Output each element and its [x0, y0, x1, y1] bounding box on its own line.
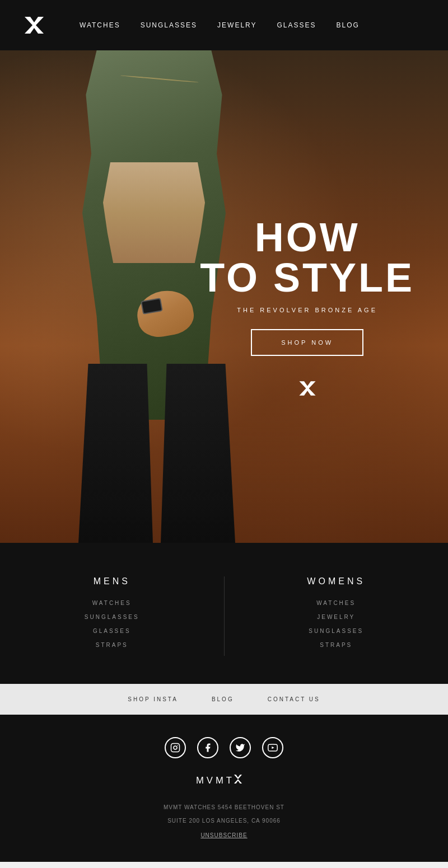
footer-mens-glasses[interactable]: GLASSES — [11, 628, 213, 634]
hero-cta-button[interactable]: SHOP NOW — [251, 329, 363, 356]
nav-watches[interactable]: WATCHES — [80, 21, 120, 29]
nav-blog[interactable]: BLOG — [337, 21, 360, 29]
svg-marker-1 — [299, 381, 315, 396]
svg-text:MVMT: MVMT — [196, 775, 235, 786]
footer-womens-title: WOMENS — [236, 576, 437, 587]
logo-svg — [22, 13, 46, 37]
social-icons — [11, 737, 437, 758]
footer-womens-sunglasses[interactable]: SUNGLASSES — [236, 628, 437, 634]
social-facebook[interactable] — [197, 737, 218, 758]
hero-section: HOW TO STYLE THE REVOLVER BRONZE AGE SHO… — [0, 50, 448, 543]
svg-point-3 — [174, 746, 177, 749]
svg-marker-0 — [25, 17, 44, 34]
address-line1: MVMT WATCHES 5454 BEETHOVEN ST — [11, 803, 437, 813]
logo — [22, 13, 46, 37]
secondary-nav-shopinsta[interactable]: SHOP INSTA — [128, 696, 178, 702]
social-instagram[interactable] — [165, 737, 186, 758]
hero-title-how: HOW — [200, 217, 414, 257]
brand-logo: MVMT — [196, 772, 252, 789]
nav-glasses[interactable]: GLASSES — [277, 21, 316, 29]
footer-mens-straps[interactable]: STRAPS — [11, 642, 213, 648]
footer-womens-watches[interactable]: WATCHES — [236, 600, 437, 606]
secondary-nav: SHOP INSTA BLOG CONTACT US — [0, 684, 448, 715]
header: WATCHES SUNGLASSES JEWELRY GLASSES BLOG — [0, 0, 448, 50]
footer-mens-sunglasses[interactable]: SUNGLASSES — [11, 614, 213, 620]
hero-title-tostyle: TO STYLE — [200, 257, 414, 298]
svg-marker-5 — [272, 747, 274, 749]
footer-mens-watches[interactable]: WATCHES — [11, 600, 213, 606]
logo-icon — [22, 13, 46, 37]
brand-name: MVMT — [11, 772, 437, 791]
secondary-nav-contact[interactable]: CONTACT US — [268, 696, 320, 702]
instagram-icon — [170, 743, 180, 753]
email-wrapper: WATCHES SUNGLASSES JEWELRY GLASSES BLOG … — [0, 0, 448, 862]
footer-nav: MENS WATCHES SUNGLASSES GLASSES STRAPS W… — [0, 543, 448, 684]
hero-logo — [200, 378, 414, 398]
social-youtube[interactable] — [262, 737, 283, 758]
footer-womens-col: WOMENS WATCHES JEWELRY SUNGLASSES STRAPS — [225, 576, 449, 656]
svg-point-4 — [177, 745, 178, 746]
nav-jewelry[interactable]: JEWELRY — [217, 21, 256, 29]
hero-content: HOW TO STYLE THE REVOLVER BRONZE AGE SHO… — [200, 195, 448, 398]
youtube-icon — [268, 743, 278, 753]
hero-logo-icon — [297, 378, 318, 398]
footer-womens-jewelry[interactable]: JEWELRY — [236, 614, 437, 620]
footer-womens-straps[interactable]: STRAPS — [236, 642, 437, 648]
facebook-icon — [203, 743, 213, 753]
bottom-footer: MVMT MVMT WATCHES 5454 BEETHOVEN ST SUIT… — [0, 715, 448, 862]
footer-mens-title: MENS — [11, 576, 213, 587]
address-line2: SUITE 200 LOS ANGELES, CA 90066 — [11, 816, 437, 826]
secondary-nav-blog[interactable]: BLOG — [212, 696, 234, 702]
svg-marker-7 — [234, 775, 242, 783]
footer-mens-col: MENS WATCHES SUNGLASSES GLASSES STRAPS — [0, 576, 224, 656]
hero-subtitle: THE REVOLVER BRONZE AGE — [200, 307, 414, 313]
twitter-icon — [235, 743, 245, 753]
svg-rect-2 — [171, 744, 180, 752]
main-nav: WATCHES SUNGLASSES JEWELRY GLASSES BLOG — [80, 21, 360, 29]
unsubscribe-link[interactable]: UNSUBSCRIBE — [200, 832, 247, 838]
social-twitter[interactable] — [230, 737, 251, 758]
nav-sunglasses[interactable]: SUNGLASSES — [141, 21, 197, 29]
